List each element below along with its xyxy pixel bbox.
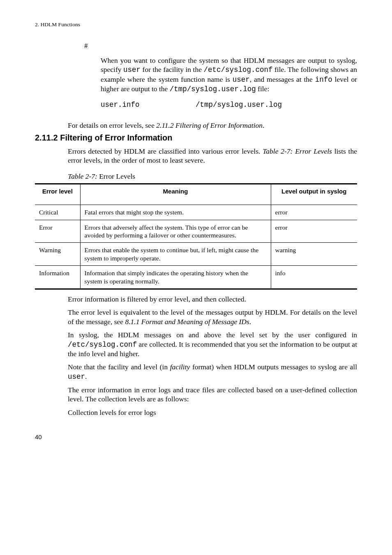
text: for the facility in the <box>141 65 203 74</box>
cell-syslog: warning <box>271 243 357 266</box>
cell-meaning: Errors that adversely affect the system.… <box>80 220 271 243</box>
text: . <box>263 121 264 129</box>
details-line: For details on error levels, see 2.11.2 … <box>68 121 357 130</box>
post-table-p4: Note that the facility and level (in fac… <box>68 362 357 381</box>
table-row: Critical Fatal errors that might stop th… <box>35 205 357 220</box>
page-number: 40 <box>35 433 357 440</box>
code-inline: /etc/syslog.conf <box>203 66 272 74</box>
code-inline: user <box>68 373 85 381</box>
hash-mark: # <box>84 42 357 50</box>
cell-level: Error <box>35 220 80 243</box>
text: Errors detected by HDLM are classified i… <box>68 147 263 155</box>
code-inline: user <box>123 66 141 74</box>
error-levels-table: Error level Meaning Level output in sysl… <box>35 183 357 290</box>
page-header: 2. HDLM Functions <box>35 21 357 28</box>
xref-italic: 8.1.1 Format and Meaning of Message IDs <box>125 318 249 326</box>
cell-meaning: Information that simply indicates the op… <box>80 266 271 289</box>
cell-level: Warning <box>35 243 80 266</box>
intro-block: When you want to configure the system so… <box>101 56 357 94</box>
cell-meaning: Errors that enable the system to continu… <box>80 243 271 266</box>
code-inline: /etc/syslog.conf <box>68 341 137 349</box>
caption-italic: Table 2-7: <box>68 172 97 180</box>
post-table-p6: Collection levels for error logs <box>68 408 357 417</box>
th-meaning: Meaning <box>80 184 271 205</box>
post-table-p5: The error information in error logs and … <box>68 385 357 404</box>
code-inline: /tmp/syslog.user.log <box>170 85 256 93</box>
post-table-p2: The error level is equivalent to the lev… <box>68 308 357 326</box>
code-block: user.info /tmp/syslog.user.log <box>101 101 357 109</box>
table-row: Information Information that simply indi… <box>35 266 357 289</box>
text: . <box>85 372 87 380</box>
text: format) when HDLM outputs messages to sy… <box>190 363 357 371</box>
table-row: Error Errors that adversely affect the s… <box>35 220 357 243</box>
section-heading: 2.11.2 Filtering of Error Information <box>35 133 357 143</box>
table-header-row: Error level Meaning Level output in sysl… <box>35 184 357 205</box>
code-inline: info <box>315 76 332 84</box>
xref-italic: Table 2-7: Error Levels <box>263 147 332 155</box>
th-syslog: Level output in syslog <box>271 184 357 205</box>
post-table-p1: Error information is filtered by error l… <box>68 295 357 304</box>
text: . <box>249 318 251 326</box>
text: , and messages at the <box>250 75 315 83</box>
cell-level: Critical <box>35 205 80 220</box>
cell-level: Information <box>35 266 80 289</box>
page: 2. HDLM Functions # When you want to con… <box>0 0 392 440</box>
section-intro: Errors detected by HDLM are classified i… <box>68 147 357 165</box>
text: file: <box>256 85 270 93</box>
text: In syslog, the HDLM messages on and abov… <box>68 331 357 339</box>
caption-rest: Error Levels <box>97 172 135 180</box>
table-row: Warning Errors that enable the system to… <box>35 243 357 266</box>
cell-syslog: info <box>271 266 357 289</box>
post-table-p3: In syslog, the HDLM messages on and abov… <box>68 330 357 358</box>
table-caption: Table 2-7: Error Levels <box>68 172 357 181</box>
th-error-level: Error level <box>35 184 80 205</box>
italic: facility <box>170 363 190 371</box>
cell-meaning: Fatal errors that might stop the system. <box>80 205 271 220</box>
cell-syslog: error <box>271 205 357 220</box>
cell-syslog: error <box>271 220 357 243</box>
text: For details on error levels, see <box>68 121 156 129</box>
code-inline: user <box>233 76 250 84</box>
xref-italic: 2.11.2 Filtering of Error Information <box>156 121 263 129</box>
text: Note that the facility and level (in <box>68 363 170 371</box>
